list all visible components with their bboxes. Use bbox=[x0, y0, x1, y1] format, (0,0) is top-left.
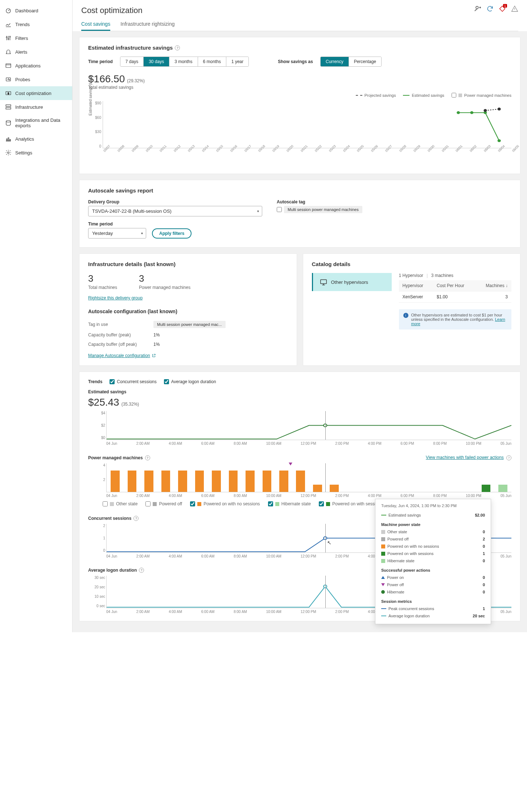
show-as-currency[interactable]: Currency bbox=[321, 57, 349, 66]
legend-pm-machines[interactable]: Power managed machines bbox=[452, 93, 511, 98]
th-machines[interactable]: Machines ↓ bbox=[475, 280, 511, 291]
catalog-info-strip: i Other hypervisors are estimated to cos… bbox=[399, 309, 512, 330]
svg-point-15 bbox=[476, 6, 478, 9]
svg-point-17 bbox=[470, 111, 473, 114]
trends-label: Trends bbox=[88, 379, 102, 384]
ald-title: Average logon duration bbox=[88, 568, 137, 573]
leg-hibernate-state[interactable]: Hibernate state bbox=[268, 501, 311, 506]
warning-icon[interactable] bbox=[511, 5, 518, 12]
page-title: Cost optimization bbox=[81, 6, 518, 15]
chk-concurrent-sessions[interactable]: Concurrent sessions bbox=[110, 379, 156, 384]
show-as-group: Currency Percentage bbox=[320, 57, 382, 67]
time-period-label: Time period bbox=[88, 221, 146, 227]
sidebar-item-analytics[interactable]: Analytics bbox=[0, 132, 72, 146]
show-as-label: Show savings as bbox=[278, 59, 313, 64]
leg-pon-sess[interactable]: Powered on with sessions bbox=[319, 501, 383, 506]
info-icon[interactable]: ? bbox=[145, 455, 150, 460]
bar bbox=[296, 471, 305, 492]
legend-projected[interactable]: Projected savings bbox=[356, 93, 396, 98]
manage-autoscale-link[interactable]: Manage Autoscale configuration bbox=[88, 353, 156, 358]
sidebar: Dashboard Trends Filters Alerts Applicat… bbox=[0, 0, 73, 632]
svg-rect-8 bbox=[6, 105, 11, 107]
sidebar-item-applications[interactable]: Applications bbox=[0, 59, 72, 72]
period-30days[interactable]: 30 days bbox=[144, 57, 169, 66]
period-1year[interactable]: 1 year bbox=[226, 57, 248, 66]
show-as-percentage[interactable]: Percentage bbox=[349, 57, 381, 66]
catalog-banner[interactable]: Other hypervisors bbox=[312, 273, 392, 291]
infrastructure-details-panel: Infrastructure details (last known) 3 To… bbox=[79, 253, 297, 366]
info-icon[interactable]: ? bbox=[506, 455, 511, 460]
sidebar-item-integrations[interactable]: Integrations and Data exports bbox=[0, 114, 72, 132]
pm-machines-label: Power managed machines bbox=[139, 285, 190, 290]
rightsize-link[interactable]: Rightsize this delivery group bbox=[88, 295, 143, 301]
tab-infrastructure-rightsizing[interactable]: Infrastructure rightsizing bbox=[120, 18, 174, 31]
sidebar-item-dashboard[interactable]: Dashboard bbox=[0, 4, 72, 17]
chk-avg-logon[interactable]: Average logon duration bbox=[164, 379, 216, 384]
tag-notification-icon[interactable]: 1 bbox=[499, 5, 506, 12]
savings-amount: $166.50 bbox=[88, 73, 125, 85]
cap-off-label: Capacity buffer (off peak) bbox=[88, 342, 153, 347]
total-machines-label: Total machines bbox=[88, 285, 117, 290]
period-3months[interactable]: 3 months bbox=[169, 57, 198, 66]
sidebar-item-filters[interactable]: Filters bbox=[0, 31, 72, 45]
infrastructure-icon bbox=[5, 104, 12, 110]
power-off-marker-icon bbox=[289, 463, 292, 465]
info-icon[interactable]: ? bbox=[133, 516, 139, 521]
leg-pon-nosess[interactable]: Powered on with no sessions bbox=[190, 501, 260, 506]
th-hypervisor[interactable]: Hypervisor bbox=[399, 280, 433, 291]
sidebar-item-probes[interactable]: Probes bbox=[0, 72, 72, 86]
svg-point-1 bbox=[6, 37, 7, 38]
est-savings-label: Estimated savings bbox=[88, 389, 511, 394]
time-period-label: Time period bbox=[88, 59, 113, 64]
sidebar-item-label: Filters bbox=[15, 36, 28, 41]
total-machines-value: 3 bbox=[88, 273, 117, 284]
svg-rect-12 bbox=[8, 138, 9, 141]
period-6months[interactable]: 6 months bbox=[198, 57, 226, 66]
svg-point-21 bbox=[498, 108, 501, 111]
panel-title-text: Infrastructure details (last known) bbox=[88, 261, 176, 267]
panel-title-text: Catalog details bbox=[312, 261, 351, 267]
sidebar-item-label: Probes bbox=[15, 77, 30, 82]
autoscale-tag-checkbox[interactable]: Multi session power managed machines bbox=[277, 206, 362, 213]
leg-other-state[interactable]: Other state bbox=[103, 501, 137, 506]
info-icon[interactable]: ? bbox=[139, 568, 144, 573]
svg-point-2 bbox=[8, 38, 9, 40]
time-period-group: 7 days 30 days 3 months 6 months 1 year bbox=[120, 57, 249, 67]
table-row[interactable]: XenServer $1.00 3 bbox=[399, 291, 512, 303]
machines-count: 3 machines bbox=[431, 273, 453, 278]
period-7days[interactable]: 7 days bbox=[120, 57, 144, 66]
cap-peak-label: Capacity buffer (peak) bbox=[88, 332, 153, 337]
bar bbox=[263, 471, 272, 492]
leg-powered-off[interactable]: Powered off bbox=[145, 501, 182, 506]
savings-subtitle: Total estimated savings bbox=[88, 85, 511, 90]
pm-machines-value: 3 bbox=[139, 273, 190, 284]
bar bbox=[178, 471, 187, 492]
tab-cost-savings[interactable]: Cost savings bbox=[81, 18, 110, 31]
sidebar-item-settings[interactable]: Settings bbox=[0, 146, 72, 160]
trends-est-amount: $25.43 bbox=[88, 397, 119, 408]
delivery-group-select[interactable]: TSVDA-2407-22-B (Multi-session OS)▾ bbox=[88, 206, 262, 216]
gear-icon bbox=[5, 149, 12, 156]
sidebar-item-label: Settings bbox=[15, 150, 32, 156]
sidebar-item-infrastructure[interactable]: Infrastructure bbox=[0, 100, 72, 114]
user-add-icon[interactable] bbox=[474, 5, 481, 12]
cap-peak-value: 1% bbox=[153, 332, 160, 337]
info-icon[interactable]: ? bbox=[175, 45, 180, 50]
trends-panel: Trends Concurrent sessions Average logon… bbox=[79, 372, 520, 621]
sidebar-item-label: Analytics bbox=[15, 136, 34, 142]
failed-power-link[interactable]: View machines with failed power actions bbox=[426, 455, 504, 460]
cost-icon: $ bbox=[5, 90, 12, 96]
cap-off-value: 1% bbox=[153, 342, 160, 347]
svg-point-19 bbox=[498, 139, 501, 142]
apply-filters-button[interactable]: Apply filters bbox=[152, 228, 192, 239]
th-cost[interactable]: Cost Per Hour bbox=[433, 280, 475, 291]
refresh-icon[interactable] bbox=[486, 5, 494, 12]
sidebar-item-trends[interactable]: Trends bbox=[0, 17, 72, 31]
legend-estimated[interactable]: Estimated savings bbox=[403, 93, 444, 98]
sidebar-item-alerts[interactable]: Alerts bbox=[0, 45, 72, 59]
estimated-savings-trend-chart: $4 $2 $0 bbox=[106, 411, 511, 440]
catalog-details-panel: Catalog details Other hypervisors 1 Hype… bbox=[303, 253, 521, 366]
panel-title-text: Autoscale savings report bbox=[88, 187, 153, 194]
sidebar-item-cost-optimization[interactable]: $ Cost optimization bbox=[0, 86, 72, 100]
time-period-select[interactable]: Yesterday▾ bbox=[88, 228, 146, 239]
